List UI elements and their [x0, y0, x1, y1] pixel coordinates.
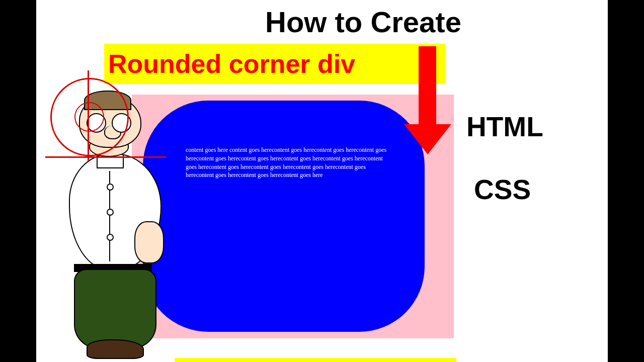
slide-content: How to Create Rounded corner div HTML CS…: [36, 0, 608, 362]
html-label: HTML: [466, 111, 543, 143]
cartoon-character: [59, 85, 159, 362]
bottom-highlight-strip: [175, 358, 456, 362]
highlight-text: Rounded corner div: [108, 49, 355, 79]
down-arrow-icon: [411, 46, 444, 154]
main-title: How to Create: [265, 5, 461, 39]
demo-content-text: content goes here content goes hereconte…: [186, 146, 386, 178]
rounded-corner-demo-box: content goes here content goes hereconte…: [143, 101, 425, 332]
css-label: CSS: [474, 173, 531, 206]
highlight-banner: Rounded corner div: [104, 44, 445, 84]
